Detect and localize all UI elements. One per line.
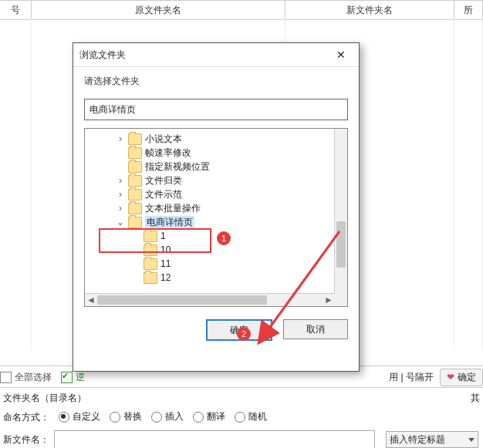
checkbox-icon — [61, 372, 73, 383]
button-label: 确定 — [458, 371, 476, 384]
radio-label: 替换 — [123, 410, 142, 423]
folder-tree: ›小说文本帧速率修改指定新视频位置›文件归类›文件示范›文本批量操作⌄电商详情页… — [84, 128, 348, 307]
confirm-button-small[interactable]: ❤ 确定 — [440, 369, 483, 386]
scroll-right-icon[interactable]: ► — [323, 295, 335, 305]
cancel-button[interactable]: 取消 — [283, 319, 348, 339]
folder-icon — [128, 147, 142, 159]
naming-row: 命名方式： 自定义替换插入翻译随机 — [3, 410, 276, 425]
col-header-newname[interactable]: 新文件夹名 — [285, 1, 455, 19]
chevron-down-icon — [468, 438, 475, 442]
background-table-header: 号 原文件夹名 新文件夹名 所 — [0, 0, 483, 20]
tree-item[interactable]: ›文本批量操作 — [100, 201, 335, 215]
tree-item-label: 12 — [160, 272, 171, 283]
folder-icon — [144, 258, 157, 270]
folder-icon — [144, 244, 157, 256]
naming-radio-随机[interactable]: 随机 — [235, 410, 267, 423]
tree-expander-icon[interactable]: › — [116, 203, 125, 214]
naming-radio-自定义[interactable]: 自定义 — [59, 410, 100, 423]
radio-label: 插入 — [165, 410, 184, 423]
tree-item-label: 1 — [160, 231, 166, 241]
tree-item[interactable]: 指定新视频位置 — [100, 160, 335, 173]
folder-path-input[interactable]: 电商详情页 — [84, 99, 348, 120]
tree-item-label: 小说文本 — [145, 133, 182, 146]
tree-item[interactable]: 12 — [100, 271, 335, 285]
tree-item[interactable]: 10 — [100, 243, 335, 257]
tree-item-label: 10 — [160, 244, 171, 255]
hint-separator: 用 | 号隔开 — [389, 371, 434, 384]
radio-icon — [59, 412, 69, 423]
tree-item-label: 文件归类 — [145, 174, 182, 187]
naming-label: 命名方式： — [3, 411, 49, 424]
checkbox-icon — [0, 372, 12, 383]
col-header-index[interactable]: 号 — [0, 1, 32, 19]
tree-item[interactable]: ›文件归类 — [100, 173, 335, 187]
folder-icon — [128, 161, 142, 173]
naming-radio-翻译[interactable]: 翻译 — [193, 410, 225, 423]
tree-expander-icon[interactable]: ⌄ — [116, 217, 125, 227]
folder-icon — [144, 231, 157, 242]
folder-icon — [128, 203, 142, 214]
tree-item[interactable]: ›文件示范 — [100, 187, 335, 201]
col-header-oldname[interactable]: 原文件夹名 — [32, 1, 285, 19]
close-button[interactable]: ✕ — [329, 43, 353, 66]
tree-item[interactable]: ›小说文本 — [100, 132, 335, 146]
folder-icon — [128, 189, 142, 200]
new-filename-input[interactable] — [54, 430, 375, 448]
tree-item-label: 指定新视频位置 — [145, 160, 210, 173]
browse-folder-dialog: 浏览文件夹 ✕ 请选择文件夹 电商详情页 ›小说文本帧速率修改指定新视频位置›文… — [73, 42, 360, 372]
vertical-scrollbar[interactable] — [334, 129, 347, 294]
radio-label: 随机 — [248, 410, 267, 423]
tree-item-label: 文件示范 — [145, 188, 182, 201]
radio-icon — [235, 412, 245, 423]
radio-icon — [110, 412, 120, 423]
folder-icon — [128, 175, 142, 187]
naming-radio-插入[interactable]: 插入 — [151, 410, 184, 423]
dialog-title: 浏览文件夹 — [79, 49, 126, 62]
checkbox-label: 逆 — [76, 371, 85, 384]
insert-title-combo[interactable]: 插入特定标题 — [386, 431, 478, 448]
new-filename-row: 新文件名： 插入特定标题 — [3, 430, 478, 448]
folder-icon — [128, 133, 142, 145]
combo-label: 插入特定标题 — [390, 433, 445, 446]
ok-button[interactable]: 确定 — [206, 319, 272, 341]
checkbox-label: 全部选择 — [15, 371, 52, 384]
tree-expander-icon[interactable]: › — [116, 189, 125, 200]
scroll-left-icon[interactable]: ◄ — [85, 295, 97, 305]
naming-radio-替换[interactable]: 替换 — [110, 410, 142, 423]
tree-item-label: 帧速率修改 — [145, 147, 191, 160]
tree-expander-icon[interactable]: › — [116, 133, 125, 144]
folder-path-value: 电商详情页 — [90, 103, 136, 116]
horizontal-scrollbar[interactable]: ◄ ► — [85, 293, 335, 306]
tree-item[interactable]: ⌄电商详情页 — [100, 215, 335, 229]
tree-item[interactable]: 帧速率修改 — [100, 146, 335, 160]
tree-expander-icon[interactable]: › — [116, 175, 125, 186]
dialog-subtitle: 请选择文件夹 — [84, 75, 348, 88]
radio-icon — [151, 412, 162, 423]
tree-item[interactable]: 11 — [100, 257, 335, 271]
group-title-other: 其 — [471, 392, 480, 405]
folder-icon — [144, 272, 157, 284]
tree-item-label: 电商详情页 — [145, 216, 194, 229]
heart-icon: ❤ — [447, 372, 454, 382]
radio-label: 翻译 — [207, 410, 225, 423]
tree-item[interactable]: 1 — [100, 229, 335, 243]
close-icon: ✕ — [336, 49, 346, 61]
col-header-path[interactable]: 所 — [454, 1, 483, 19]
checkbox-select-all[interactable]: 全部选择 — [0, 371, 52, 384]
radio-icon — [193, 412, 204, 423]
radio-label: 自定义 — [73, 410, 100, 423]
checkbox-invert-select[interactable]: 逆 — [61, 371, 85, 384]
tree-item-label: 文本批量操作 — [145, 202, 201, 215]
group-title-folder-name: 文件夹名（目录名） — [3, 392, 86, 405]
new-filename-label: 新文件名： — [3, 433, 49, 446]
folder-icon — [128, 217, 142, 228]
tree-item-label: 11 — [160, 258, 171, 269]
